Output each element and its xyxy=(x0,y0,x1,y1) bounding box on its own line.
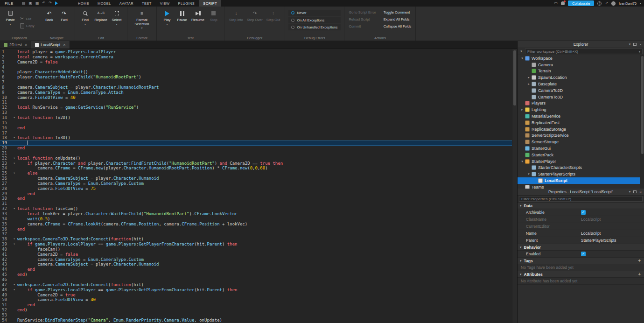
collaborate-button[interactable]: Collaborate xyxy=(568,0,594,6)
share-icon[interactable]: ↗ xyxy=(605,1,608,6)
code-line[interactable]: 51 end xyxy=(0,302,512,308)
code-line[interactable]: 12local RunService = game:GetService("Ru… xyxy=(0,105,512,110)
code-line[interactable]: 17 xyxy=(0,131,512,136)
fold-arrow-icon[interactable]: ▾ xyxy=(11,171,17,176)
chevron-down-icon[interactable]: ▾ xyxy=(640,1,641,6)
code-editor[interactable]: 1local player = game.Players.LocalPlayer… xyxy=(0,49,517,323)
code-line[interactable]: 37 xyxy=(0,232,512,237)
menu-tab-avatar[interactable]: AVATAR xyxy=(115,0,138,7)
never-radio[interactable]: Never xyxy=(288,10,341,16)
code-line[interactable]: 32▾local function faceCam() xyxy=(0,206,512,211)
code-line[interactable]: 6player.Character:WaitForChild("Humanoid… xyxy=(0,75,512,80)
property-value[interactable]: StarterPlayerScripts xyxy=(578,237,644,244)
code-line[interactable]: 8camera.CameraSubject = player.Character… xyxy=(0,85,512,90)
code-line[interactable]: 44 end xyxy=(0,267,512,272)
code-line[interactable]: 21 xyxy=(0,151,512,156)
find-button[interactable]: Find▾ xyxy=(78,8,92,35)
code-line[interactable]: 43 camera.CameraSubject = player.Charact… xyxy=(0,262,512,267)
code-line[interactable]: 3Camera2D = false xyxy=(0,60,512,65)
code-line[interactable]: 50 camera.FieldOfView = 40 xyxy=(0,297,512,302)
code-line[interactable]: 19 xyxy=(0,140,512,146)
code-line[interactable]: 13 xyxy=(0,110,512,115)
fold-arrow-icon[interactable]: ▾ xyxy=(11,115,17,120)
step-into-button[interactable]: ↓Step Into xyxy=(228,8,245,35)
cut-button[interactable]: ✂Cut xyxy=(20,16,35,21)
code-line[interactable]: 35 camera.CFrame = CFrame.lookAt(camera.… xyxy=(0,222,512,227)
help-icon[interactable]: ? xyxy=(597,1,602,6)
checkbox-checked-icon[interactable]: ✓ xyxy=(581,252,586,256)
fold-arrow-icon[interactable]: ▾ xyxy=(11,135,17,140)
stop-button[interactable]: Stop xyxy=(207,8,221,35)
commit-button[interactable]: Commit xyxy=(349,24,376,28)
tree-item-camera[interactable]: Camera xyxy=(518,62,644,68)
code-line[interactable]: 42 camera.CameraType = Enum.CameraType.C… xyxy=(0,257,512,262)
on-all-exceptions-radio[interactable]: On All Exceptions xyxy=(288,17,341,23)
section-header-behavior[interactable]: ▾Behavior xyxy=(518,244,644,251)
code-line[interactable]: 52end) xyxy=(0,308,512,313)
fold-arrow-icon[interactable]: ▾ xyxy=(11,206,17,211)
code-line[interactable]: 4 xyxy=(0,65,512,70)
tree-item-camerato3d[interactable]: CameraTo3D xyxy=(518,94,644,100)
code-line[interactable]: 5player.CharacterAdded:Wait() xyxy=(0,70,512,75)
explorer-filter-input[interactable]: Filter workspace (Ctrl+Shift+X) ▾ xyxy=(525,49,643,54)
code-line[interactable]: 9camera.CameraType = Enum.CameraType.Att… xyxy=(0,90,512,95)
code-line[interactable]: 29 end xyxy=(0,191,512,197)
explorer-scrollbar-thumb[interactable] xyxy=(641,56,644,154)
tree-item-spawnlocation[interactable]: ▸SpawnLocation xyxy=(518,74,644,81)
code-line[interactable]: 23▾ if player.Character and player.Chara… xyxy=(0,161,512,166)
section-header-attributes[interactable]: ▾Attributes+ xyxy=(518,271,644,278)
code-line[interactable]: 40 faceCam() xyxy=(0,247,512,252)
fold-arrow-icon[interactable]: ▾ xyxy=(11,156,17,161)
code-line[interactable]: 7 xyxy=(0,80,512,85)
user-avatar[interactable] xyxy=(611,1,616,6)
code-line[interactable]: 25▾ else xyxy=(0,171,512,176)
fwd-button[interactable]: ↷Fwd xyxy=(57,8,71,35)
menu-tab-plugins[interactable]: PLUGINS xyxy=(174,0,199,7)
add-attributes-icon[interactable]: + xyxy=(638,272,641,277)
section-header-data[interactable]: ▾Data xyxy=(518,203,644,209)
replace-button[interactable]: A→BReplace xyxy=(93,8,109,35)
editor-tab-2d-test[interactable]: 2D test× xyxy=(0,41,31,49)
collapsed-arrow-icon[interactable]: ▸ xyxy=(526,82,532,86)
code-line[interactable]: 39▾ if game.Players.LocalPlayer == game.… xyxy=(0,242,512,247)
code-line[interactable]: 49 Camera2D = true xyxy=(0,293,512,298)
tree-item-replicatedfirst[interactable]: ReplicatedFirst xyxy=(518,119,644,126)
tree-item-teams[interactable]: Teams xyxy=(518,184,644,189)
code-line[interactable]: 15 xyxy=(0,120,512,126)
collapsed-arrow-icon[interactable]: ▸ xyxy=(519,108,525,112)
code-line[interactable]: 26 camera.CameraSubject = player.Charact… xyxy=(0,176,512,181)
save-icon[interactable]: ▦ xyxy=(35,1,39,6)
code-line[interactable]: 34 wait(0.5) xyxy=(0,217,512,222)
notifications-bell-icon[interactable] xyxy=(561,1,565,5)
properties-close-icon[interactable]: × xyxy=(639,190,642,194)
code-line[interactable]: 24 camera.CFrame = CFrame.new(player.Cha… xyxy=(0,166,512,171)
expanded-arrow-icon[interactable]: ▾ xyxy=(519,160,525,163)
step-out-button[interactable]: ↑Step Out xyxy=(265,8,282,35)
tree-root-collapse-icon[interactable]: ▾ xyxy=(519,49,524,53)
paste-button[interactable]: Paste▾ xyxy=(3,8,17,35)
tree-item-serverstorage[interactable]: ServerStorage xyxy=(518,139,644,145)
code-line[interactable]: 48▾ if game.Players.LocalPlayer == game.… xyxy=(0,288,512,293)
code-line[interactable]: 31 xyxy=(0,201,512,206)
open-file-icon[interactable]: ▣ xyxy=(28,1,32,6)
collapsed-arrow-icon[interactable]: ▸ xyxy=(526,76,532,79)
copy-button[interactable]: Copy xyxy=(20,23,35,28)
toggle-comment-button[interactable]: Toggle Comment xyxy=(384,10,412,14)
resume-button[interactable]: Resume xyxy=(190,8,206,35)
tree-item-replicatedstorage[interactable]: ReplicatedStorage xyxy=(518,126,644,133)
menu-tab-model[interactable]: MODEL xyxy=(93,0,115,7)
select-button[interactable]: Select▾ xyxy=(110,8,124,35)
back-button[interactable]: ↶Back xyxy=(42,8,56,35)
section-header-tags[interactable]: ▾Tags+ xyxy=(518,258,644,264)
new-file-icon[interactable]: ▤ xyxy=(22,1,26,6)
explorer-close-icon[interactable]: × xyxy=(639,42,642,47)
tree-item-starterplayerscripts[interactable]: ▾StarterPlayerScripts xyxy=(518,171,644,177)
explorer-float-window-icon[interactable] xyxy=(633,43,637,46)
tree-item-startergui[interactable]: StarterGui xyxy=(518,145,644,152)
code-line[interactable]: 33 local lookVec = player.Character:Wait… xyxy=(0,211,512,217)
tree-item-localscript[interactable]: LocalScript xyxy=(518,177,644,184)
fold-arrow-icon[interactable]: ▾ xyxy=(11,282,17,288)
explorer-scrollbar[interactable] xyxy=(640,55,644,189)
code-line[interactable]: 47▾workspace.CameraTo2D.Touched:Connect(… xyxy=(0,282,512,288)
menu-tab-view[interactable]: VIEW xyxy=(156,0,174,7)
